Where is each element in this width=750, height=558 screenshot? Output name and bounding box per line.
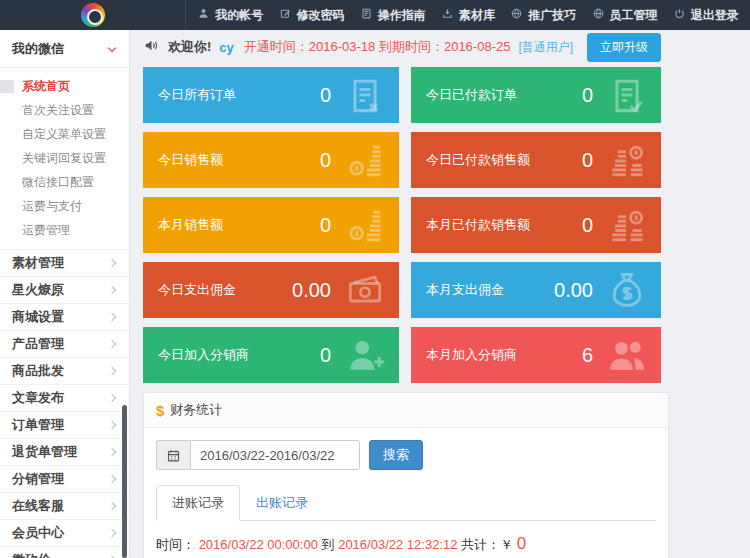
coins-icon	[343, 138, 387, 182]
power-icon	[673, 7, 686, 23]
record-tabs: 进账记录 出账记录	[156, 485, 656, 521]
sidebar-item-custom-menu-settings[interactable]: 自定义菜单设置	[0, 122, 129, 146]
topnav-label: 退出登录	[691, 7, 739, 24]
app-logo[interactable]	[0, 0, 186, 30]
stat-card-value: 0.00	[554, 279, 593, 302]
chevron-right-icon	[108, 475, 116, 483]
sidebar-section-member-center[interactable]: 会员中心	[0, 519, 129, 546]
sidebar-section-label: 分销管理	[12, 470, 64, 488]
stat-card-today-sales: 今日销售额 0	[143, 132, 399, 188]
sidebar-section-product-management[interactable]: 产品管理	[0, 330, 129, 357]
topnav-item-change-password[interactable]: 修改密码	[275, 0, 349, 30]
stat-card-value: 0.00	[292, 279, 331, 302]
topnav-item-my-account[interactable]: 我的帐号	[193, 0, 267, 30]
chevron-right-icon	[108, 313, 116, 321]
topnav-item-promotion-tips[interactable]: 推广技巧	[506, 0, 580, 30]
tab-income-records[interactable]: 进账记录	[156, 485, 240, 521]
sidebar-item-wechat-api-config[interactable]: 微信接口配置	[0, 170, 129, 194]
date-range-input[interactable]	[190, 440, 360, 470]
topnav-label: 操作指南	[378, 7, 426, 24]
order-check-icon	[605, 73, 649, 117]
finance-panel: $ 财务统计 搜索 进账记录 出账记录 时间： 2016/03/22 00:00…	[143, 392, 669, 558]
topnav-item-staff-management[interactable]: 员工管理	[588, 0, 662, 30]
sidebar-section-label: 星火燎原	[12, 281, 64, 299]
sidebar-section-wholesale[interactable]: 商品批发	[0, 357, 129, 384]
username: cy	[219, 40, 233, 55]
sidebar-section-distribution-management[interactable]: 分销管理	[0, 465, 129, 492]
tab-expense-records[interactable]: 出账记录	[240, 485, 324, 521]
topnav-label: 我的帐号	[215, 7, 263, 24]
sidebar-section-spark[interactable]: 星火燎原	[0, 276, 129, 303]
sidebar-section-article-publish[interactable]: 文章发布	[0, 384, 129, 411]
chevron-right-icon	[108, 502, 116, 510]
order-cancel-icon	[343, 73, 387, 117]
topnav-label: 素材库	[459, 7, 495, 24]
sidebar-item-shipping-management[interactable]: 运费管理	[0, 218, 129, 242]
stat-card-today-paid-sales: 今日已付款销售额 0	[411, 132, 661, 188]
chevron-right-icon	[108, 448, 116, 456]
sidebar-section-online-service[interactable]: 在线客服	[0, 492, 129, 519]
sidebar-item-label: 关键词回复设置	[22, 151, 106, 165]
volume-icon	[143, 37, 160, 57]
sidebar-section-label: 在线客服	[12, 497, 64, 515]
to-label: 到	[322, 537, 335, 552]
stat-card-value: 0	[320, 84, 331, 107]
finance-panel-title: 财务统计	[170, 401, 222, 419]
coins-icon	[343, 203, 387, 247]
stat-card-today-all-orders: 今日所有订单 0	[143, 67, 399, 123]
main-content: 欢迎你! cy 开通时间：2016-03-18 到期时间：2016-08-25 …	[131, 30, 750, 558]
edit-icon	[279, 7, 292, 23]
sidebar-group-my-wechat[interactable]: 我的微信	[0, 30, 129, 68]
sidebar-section-return-management[interactable]: 退货单管理	[0, 438, 129, 465]
sidebar-section-order-management[interactable]: 订单管理	[0, 411, 129, 438]
stat-card-label: 今日已付款订单	[426, 86, 582, 104]
sidebar-item-system-home[interactable]: 系统首页	[0, 74, 129, 98]
sidebar-item-label: 微信接口配置	[22, 175, 94, 189]
stat-card-month-paid-sales: 本月已付款销售额 0	[411, 197, 661, 253]
upgrade-button[interactable]: 立即升级	[587, 33, 661, 62]
download-icon	[441, 7, 454, 23]
chevron-down-icon	[108, 43, 116, 51]
sidebar-item-first-follow-settings[interactable]: 首次关注设置	[0, 98, 129, 122]
welcome-bar: 欢迎你! cy 开通时间：2016-03-18 到期时间：2016-08-25 …	[131, 30, 750, 64]
end-time: 2016/03/22 12:32:12	[338, 537, 457, 552]
banknote-icon	[343, 268, 387, 312]
sidebar-section-bargain[interactable]: 微砍价	[0, 546, 129, 558]
sidebar-item-shipping-payment[interactable]: 运费与支付	[0, 194, 129, 218]
dollar-icon: $	[156, 402, 164, 419]
stat-card-value: 0	[320, 149, 331, 172]
stat-card-label: 今日加入分销商	[158, 346, 320, 364]
topnav-label: 修改密码	[297, 7, 345, 24]
coins-icon	[605, 138, 649, 182]
stat-card-value: 0	[582, 149, 593, 172]
welcome-greeting: 欢迎你!	[168, 38, 211, 56]
topnav-item-guide[interactable]: 操作指南	[356, 0, 430, 30]
sidebar-section-mall-settings[interactable]: 商城设置	[0, 303, 129, 330]
stat-card-value: 0	[320, 214, 331, 237]
time-label: 时间：	[156, 537, 195, 552]
stat-card-value: 0	[582, 84, 593, 107]
sidebar-section-label: 文章发布	[12, 389, 64, 407]
stat-card-label: 今日所有订单	[158, 86, 320, 104]
search-button[interactable]: 搜索	[369, 440, 423, 470]
topnav-item-media-library[interactable]: 素材库	[437, 0, 499, 30]
sidebar-section-label: 产品管理	[12, 335, 64, 353]
sidebar-item-label: 自定义菜单设置	[22, 127, 106, 141]
chevron-right-icon	[108, 367, 116, 375]
top-menu: 我的帐号 修改密码 操作指南 素材库 推广技巧 员工管理 退出登录	[186, 0, 750, 30]
sidebar: 我的微信 系统首页 首次关注设置 自定义菜单设置 关键词回复设置 微信接口配置 …	[0, 30, 130, 558]
user-icon	[197, 7, 210, 23]
sidebar-section-label: 退货单管理	[12, 443, 77, 461]
sidebar-item-label: 系统首页	[22, 79, 70, 93]
chevron-right-icon	[108, 394, 116, 402]
topnav-item-logout[interactable]: 退出登录	[669, 0, 743, 30]
account-period: 开通时间：2016-03-18 到期时间：2016-08-25	[244, 38, 511, 56]
globe-icon	[592, 7, 605, 23]
sidebar-scrollbar[interactable]	[122, 405, 127, 558]
sidebar-section-label: 订单管理	[12, 416, 64, 434]
stat-card-month-sales: 本月销售额 0	[143, 197, 399, 253]
finance-panel-body: 搜索 进账记录 出账记录 时间： 2016/03/22 00:00:00 到 2…	[144, 428, 668, 558]
sidebar-item-keyword-reply-settings[interactable]: 关键词回复设置	[0, 146, 129, 170]
sidebar-section-label: 素材管理	[12, 254, 64, 272]
sidebar-section-material[interactable]: 素材管理	[0, 249, 129, 276]
